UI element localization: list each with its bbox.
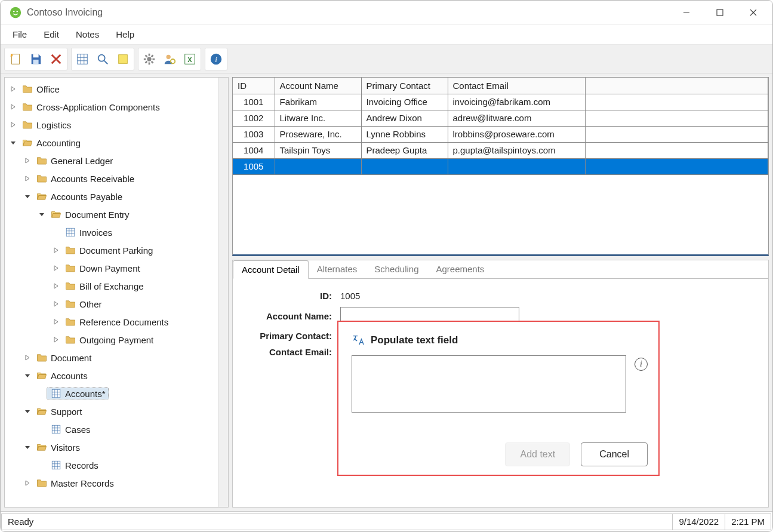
- expander-closed-icon[interactable]: [23, 478, 32, 488]
- table-cell[interactable]: Proseware, Inc.: [275, 126, 361, 142]
- table-cell[interactable]: 1004: [233, 142, 275, 158]
- table-cell[interactable]: [585, 94, 768, 110]
- save-icon[interactable]: [26, 50, 45, 69]
- grid-view-icon[interactable]: [73, 50, 92, 69]
- column-header-primary-contact[interactable]: Primary Contact: [361, 78, 448, 94]
- tree-node[interactable]: Visitors: [5, 438, 218, 456]
- tree-node[interactable]: Cases: [5, 420, 218, 438]
- table-row[interactable]: 1004Tailspin ToysPradeep Guptap.gupta@ta…: [233, 142, 768, 158]
- table-cell[interactable]: Tailspin Toys: [275, 142, 361, 158]
- tab[interactable]: Scheduling: [366, 260, 427, 278]
- expander-closed-icon[interactable]: [51, 335, 61, 345]
- table-cell[interactable]: [585, 158, 768, 174]
- table-cell[interactable]: Andrew Dixon: [361, 110, 448, 126]
- table-cell[interactable]: Fabrikam: [275, 94, 361, 110]
- tree-node[interactable]: Records: [5, 456, 218, 474]
- table-cell[interactable]: invoicing@fabrikam.com: [448, 94, 585, 110]
- tree-node[interactable]: Accounts Payable: [5, 187, 218, 205]
- tree-node[interactable]: Support: [5, 402, 218, 420]
- table-cell[interactable]: 1005: [233, 158, 275, 174]
- user-icon[interactable]: [160, 50, 179, 69]
- tree-node[interactable]: Accounts*: [5, 385, 218, 402]
- table-row[interactable]: 1003Proseware, Inc.Lynne Robbinslrobbins…: [233, 126, 768, 142]
- table-row[interactable]: 1005: [233, 158, 768, 174]
- expander-open-icon[interactable]: [23, 192, 32, 201]
- tree-node[interactable]: Bill of Exchange: [5, 277, 218, 295]
- tree-node[interactable]: Cross-Application Components: [5, 98, 218, 116]
- expander-closed-icon[interactable]: [51, 281, 61, 291]
- tree-node[interactable]: Document Parking: [5, 241, 218, 259]
- expander-open-icon[interactable]: [23, 442, 32, 452]
- note-icon[interactable]: [113, 50, 133, 69]
- table-cell[interactable]: [585, 142, 768, 158]
- tree-node[interactable]: Logistics: [5, 116, 218, 134]
- tree-node[interactable]: Outgoing Payment: [5, 331, 218, 349]
- expander-open-icon[interactable]: [8, 138, 18, 147]
- expander-closed-icon[interactable]: [8, 102, 18, 112]
- table-cell[interactable]: Lynne Robbins: [361, 126, 448, 142]
- tree-node[interactable]: Accounting: [5, 134, 218, 152]
- tree-node[interactable]: Document: [5, 349, 218, 367]
- expander-closed-icon[interactable]: [51, 317, 61, 327]
- table-row[interactable]: 1001FabrikamInvoicing Officeinvoicing@fa…: [233, 94, 768, 110]
- minimize-button[interactable]: [670, 1, 703, 24]
- info-icon[interactable]: [207, 50, 226, 69]
- tree-node[interactable]: Document Entry: [5, 205, 218, 223]
- expander-closed-icon[interactable]: [23, 174, 32, 183]
- tree-node[interactable]: Accounts Receivable: [5, 170, 218, 187]
- close-button[interactable]: [737, 1, 770, 24]
- menu-help[interactable]: Help: [109, 27, 141, 42]
- tab[interactable]: Alternates: [309, 260, 367, 278]
- expander-closed-icon[interactable]: [8, 120, 18, 130]
- new-document-icon[interactable]: [6, 50, 25, 69]
- expander-closed-icon[interactable]: [51, 245, 61, 255]
- tree-node[interactable]: Reference Documents: [5, 313, 218, 331]
- table-cell[interactable]: Invoicing Office: [361, 94, 448, 110]
- tree-node[interactable]: General Ledger: [5, 152, 218, 170]
- table-cell[interactable]: [585, 126, 768, 142]
- table-cell[interactable]: 1001: [233, 94, 275, 110]
- maximize-button[interactable]: [703, 1, 737, 24]
- expander-closed-icon[interactable]: [51, 299, 61, 309]
- tree-node[interactable]: Invoices: [5, 223, 218, 241]
- table-cell[interactable]: Litware Inc.: [275, 110, 361, 126]
- delete-icon[interactable]: [47, 50, 66, 69]
- expander-open-icon[interactable]: [37, 210, 47, 219]
- column-header-account-name[interactable]: Account Name: [275, 78, 361, 94]
- table-cell[interactable]: [448, 158, 585, 174]
- tree-scrollbar[interactable]: [218, 78, 228, 507]
- table-cell[interactable]: lrobbins@proseware.com: [448, 126, 585, 142]
- expander-open-icon[interactable]: [23, 407, 32, 416]
- tree-node[interactable]: Office: [5, 80, 218, 98]
- table-cell[interactable]: [361, 158, 448, 174]
- menu-file[interactable]: File: [5, 27, 34, 42]
- tree-node[interactable]: Accounts: [5, 367, 218, 385]
- column-header-id[interactable]: ID: [233, 78, 275, 94]
- dialog-text-input[interactable]: [352, 355, 626, 413]
- table-cell[interactable]: adrew@litware.com: [448, 110, 585, 126]
- cancel-button[interactable]: Cancel: [581, 442, 648, 466]
- table-cell[interactable]: [585, 110, 768, 126]
- table-cell[interactable]: [275, 158, 361, 174]
- table-cell[interactable]: 1002: [233, 110, 275, 126]
- tab[interactable]: Agreements: [428, 260, 494, 278]
- tree-node[interactable]: Master Records: [5, 474, 218, 492]
- menu-notes[interactable]: Notes: [69, 27, 106, 42]
- expander-closed-icon[interactable]: [8, 84, 18, 94]
- expander-open-icon[interactable]: [23, 371, 32, 380]
- table-row[interactable]: 1002Litware Inc.Andrew Dixonadrew@litwar…: [233, 110, 768, 126]
- expander-closed-icon[interactable]: [23, 353, 32, 362]
- menu-edit[interactable]: Edit: [36, 27, 66, 42]
- tree-node[interactable]: Down Payment: [5, 259, 218, 277]
- column-header-contact-email[interactable]: Contact Email: [448, 78, 585, 94]
- dialog-info-icon[interactable]: i: [635, 358, 648, 371]
- column-header-empty[interactable]: [585, 78, 768, 94]
- expander-closed-icon[interactable]: [51, 263, 61, 273]
- tab[interactable]: Account Detail: [233, 260, 309, 279]
- table-cell[interactable]: p.gupta@tailspintoys.com: [448, 142, 585, 158]
- table-cell[interactable]: Pradeep Gupta: [361, 142, 448, 158]
- expander-closed-icon[interactable]: [23, 156, 32, 165]
- tree-node[interactable]: Other: [5, 295, 218, 313]
- export-excel-icon[interactable]: [180, 50, 199, 69]
- navigation-tree[interactable]: OfficeCross-Application ComponentsLogist…: [5, 78, 218, 494]
